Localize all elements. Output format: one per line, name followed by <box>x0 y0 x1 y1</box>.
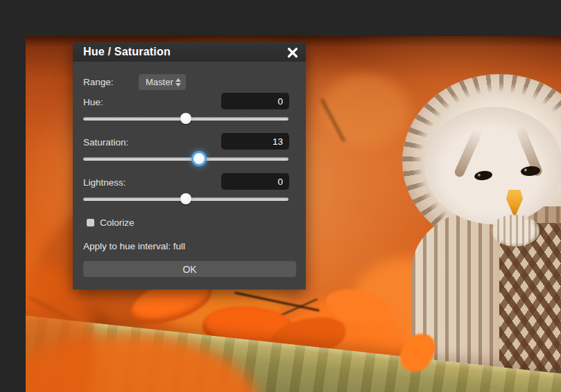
hue-input[interactable] <box>221 93 289 109</box>
lightness-label: Lightness: <box>83 177 126 188</box>
apply-hue-interval-text: Apply to hue interval: full <box>83 241 185 251</box>
lightness-slider[interactable] <box>83 193 288 205</box>
hue-slider-handle[interactable] <box>180 113 191 124</box>
saturation-label: Saturation: <box>83 137 128 148</box>
ok-button[interactable]: OK <box>83 261 296 277</box>
close-icon <box>287 47 298 58</box>
hue-slider[interactable] <box>83 112 288 125</box>
range-select[interactable]: Master <box>139 74 186 90</box>
owl <box>376 64 561 382</box>
spinner-arrows-icon <box>175 78 181 87</box>
saturation-input[interactable] <box>221 133 289 150</box>
owl-wing <box>499 223 561 382</box>
hue-label: Hue: <box>83 97 103 107</box>
range-selected-value: Master <box>146 77 175 87</box>
lightness-slider-handle[interactable] <box>180 193 191 204</box>
saturation-slider-track[interactable] <box>83 157 288 161</box>
dialog-titlebar[interactable]: Hue / Saturation <box>73 42 306 62</box>
saturation-slider-handle[interactable] <box>193 153 205 164</box>
hue-saturation-dialog: Hue / Saturation Range: Master Hue: Satu… <box>73 42 306 289</box>
owl-chin-feathers <box>491 215 540 247</box>
colorize-checkbox[interactable] <box>87 219 94 226</box>
saturation-slider[interactable] <box>83 152 288 165</box>
close-button[interactable] <box>285 45 300 60</box>
dialog-title: Hue / Saturation <box>73 46 171 58</box>
lightness-input[interactable] <box>221 173 289 190</box>
range-label: Range: <box>83 77 114 87</box>
colorize-checkbox-row[interactable]: Colorize <box>87 217 135 228</box>
app-window: { "app": { "chrome_color": "#262626" }, … <box>0 0 561 392</box>
colorize-label: Colorize <box>100 217 135 228</box>
